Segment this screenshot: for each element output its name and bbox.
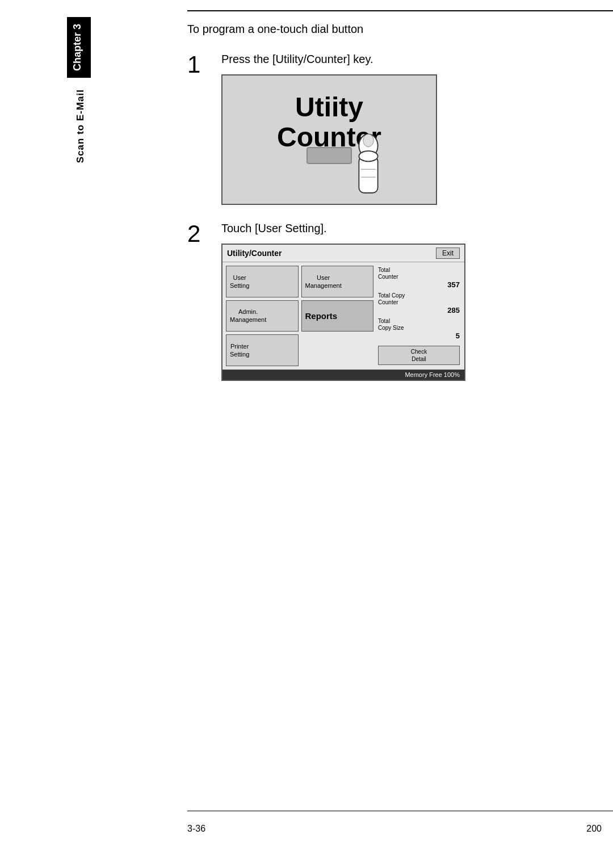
total-copy-size-value: 5	[378, 332, 460, 340]
empty-cell	[301, 334, 374, 366]
finger-icon	[340, 130, 397, 198]
printer-setting-button[interactable]: PrinterSetting	[226, 334, 299, 366]
sidebar: Chapter 3 Scan to E-Mail	[0, 0, 91, 868]
total-copy-counter-label: Total CopyCounter	[378, 292, 460, 306]
user-management-button[interactable]: UserManagement	[301, 266, 374, 297]
utility-counter-screen: Utility/Counter Exit UserSetting UserMan…	[221, 244, 465, 381]
screen-buttons-left: UserSetting UserManagement Admin.Managem…	[226, 266, 373, 366]
page-footer: 3-36 200	[187, 824, 602, 834]
total-counter-value: 357	[378, 280, 460, 289]
step-1-content: Press the [Utility/Counter] key. Utiity …	[221, 53, 602, 205]
scan-label: Scan to E-Mail	[70, 83, 91, 169]
page-number-left: 3-36	[187, 824, 205, 834]
total-copy-size-label: TotalCopy Size	[378, 318, 460, 332]
utility-counter-key-image: Utiity Counter	[221, 74, 437, 205]
screen-header: Utility/Counter Exit	[222, 245, 464, 262]
screen-title: Utility/Counter	[227, 249, 282, 258]
total-copy-counter: Total CopyCounter 285	[378, 292, 460, 315]
intro-text: To program a one-touch dial button	[187, 23, 602, 36]
step-1: 1 Press the [Utility/Counter] key. Utiit…	[187, 53, 602, 205]
screen-body: UserSetting UserManagement Admin.Managem…	[222, 262, 464, 370]
svg-point-2	[359, 151, 377, 161]
admin-management-button[interactable]: Admin.Management	[226, 300, 299, 332]
step-2-label: Touch [User Setting].	[221, 222, 602, 235]
total-counter: TotalCounter 357	[378, 267, 460, 289]
total-copy-counter-value: 285	[378, 306, 460, 315]
page-number-right: 200	[586, 824, 602, 834]
total-counter-label: TotalCounter	[378, 267, 460, 280]
step-1-label: Press the [Utility/Counter] key.	[221, 53, 602, 66]
top-border	[187, 10, 613, 11]
screen-footer: Memory Free 100%	[222, 370, 464, 380]
step-1-number: 1	[187, 53, 210, 77]
main-content: To program a one-touch dial button 1 Pre…	[187, 17, 602, 398]
chapter-tab: Chapter 3	[67, 17, 91, 78]
total-copy-size: TotalCopy Size 5	[378, 318, 460, 340]
exit-button[interactable]: Exit	[436, 248, 460, 259]
user-setting-button[interactable]: UserSetting	[226, 266, 299, 297]
step-2: 2 Touch [User Setting]. Utility/Counter …	[187, 222, 602, 381]
check-detail-button[interactable]: CheckDetail	[378, 346, 460, 365]
bottom-border	[187, 811, 613, 811]
step-2-number: 2	[187, 222, 210, 246]
step-2-content: Touch [User Setting]. Utility/Counter Ex…	[221, 222, 602, 381]
reports-button[interactable]: Reports	[301, 300, 374, 332]
svg-point-5	[363, 134, 373, 146]
screen-counters: TotalCounter 357 Total CopyCounter 285 T…	[377, 266, 461, 366]
